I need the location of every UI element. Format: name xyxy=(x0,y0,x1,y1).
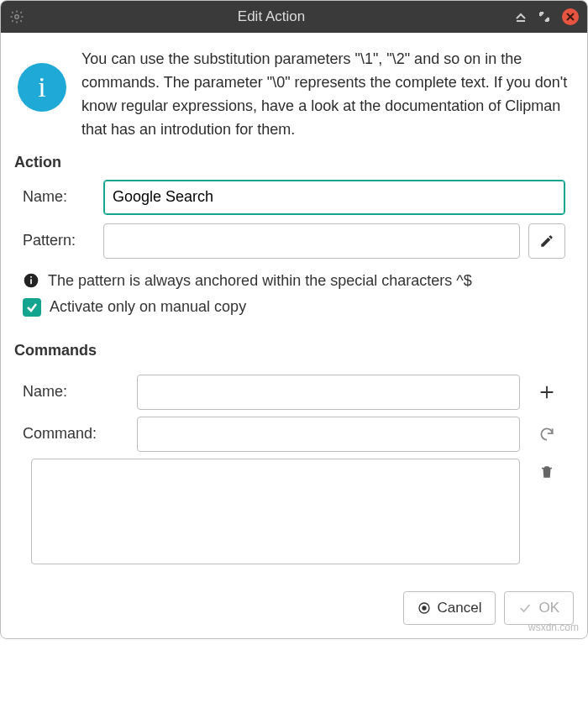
action-pattern-input[interactable] xyxy=(103,223,520,259)
cancel-icon xyxy=(417,601,431,615)
info-small-icon xyxy=(23,272,39,289)
delete-command-button[interactable] xyxy=(528,455,565,564)
reload-command-button[interactable] xyxy=(528,426,565,443)
gear-icon[interactable] xyxy=(9,9,28,24)
action-name-label: Name: xyxy=(23,188,103,206)
command-cmd-input[interactable] xyxy=(137,417,520,452)
minimize-icon[interactable] xyxy=(515,11,527,23)
info-icon: i xyxy=(18,63,66,112)
action-pattern-label: Pattern: xyxy=(23,232,103,249)
intro: i You can use the substitution parameter… xyxy=(14,48,574,142)
pattern-hint: The pattern is always anchored within th… xyxy=(14,267,574,293)
ok-button[interactable]: OK xyxy=(504,591,574,625)
command-name-input[interactable] xyxy=(137,375,520,410)
activate-checkbox[interactable] xyxy=(23,298,41,317)
ok-label: OK xyxy=(538,600,559,616)
svg-point-0 xyxy=(15,15,19,19)
activate-label: Activate only on manual copy xyxy=(50,298,246,316)
edit-pattern-button[interactable] xyxy=(528,223,565,259)
svg-rect-4 xyxy=(30,276,32,278)
section-commands: Commands xyxy=(14,342,574,359)
svg-point-6 xyxy=(422,606,426,610)
cancel-label: Cancel xyxy=(438,600,482,616)
dialog-window: Edit Action i You can use the substituti… xyxy=(0,0,588,639)
command-cmd-label: Command: xyxy=(23,425,137,443)
svg-rect-3 xyxy=(30,279,32,284)
ok-icon xyxy=(518,601,532,615)
intro-text: You can use the substitution parameters … xyxy=(81,48,574,142)
cancel-button[interactable]: Cancel xyxy=(403,591,496,625)
maximize-icon[interactable] xyxy=(538,11,550,23)
close-icon[interactable] xyxy=(562,8,579,25)
pattern-hint-text: The pattern is always anchored within th… xyxy=(48,272,472,290)
watermark: wsxdn.com xyxy=(528,621,579,633)
add-command-button[interactable] xyxy=(528,383,565,401)
command-name-label: Name: xyxy=(23,383,137,401)
section-action: Action xyxy=(14,154,574,171)
commands-list[interactable] xyxy=(31,459,520,564)
action-name-input[interactable] xyxy=(103,180,565,215)
titlebar: Edit Action xyxy=(1,1,587,33)
window-title: Edit Action xyxy=(28,8,515,25)
